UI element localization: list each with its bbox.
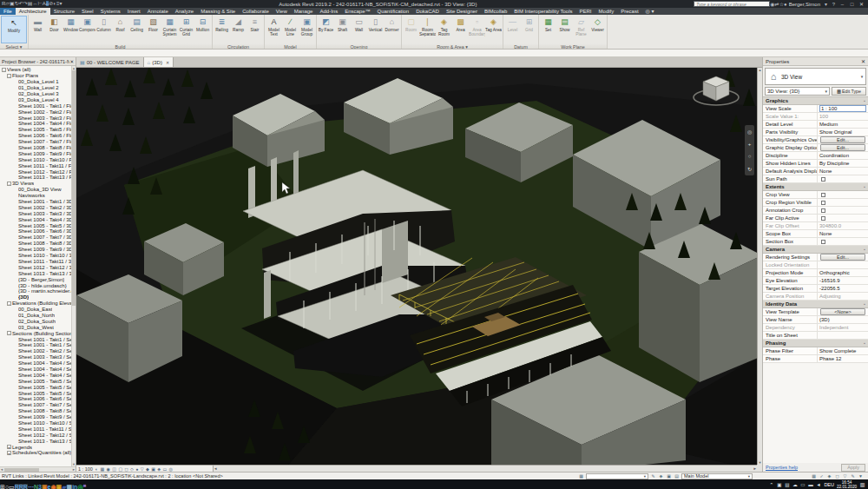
ribbon-group-label[interactable]: Datum — [503, 43, 538, 50]
tree-item-sheet-1001-takt1-floor-pla[interactable]: Sheet 1001 - Takt1 / Floor Pla — [0, 102, 71, 109]
curtain-grid-button[interactable]: ⊞Curtain Grid — [178, 16, 194, 43]
tree-item-sheet-1011-takt11-3d-vie[interactable]: Sheet 1011 - Takt11 / 3D Vie — [0, 259, 71, 265]
task-view-icon[interactable]: ▭ — [9, 484, 15, 489]
crop-visible-icon[interactable]: ◻ — [125, 466, 128, 472]
section-collapse-icon[interactable]: ▪ — [864, 301, 865, 307]
firefox-icon[interactable]: ◉ — [50, 484, 56, 489]
display-icon[interactable]: ▤ — [784, 482, 790, 487]
tree-item-03-doka-west[interactable]: 03_Doka_West — [0, 324, 71, 330]
ribbon-group-label[interactable]: Opening — [317, 43, 401, 50]
signed-in-user[interactable]: Berger,Simon — [789, 2, 820, 7]
tree-item-02-doka-level-3[interactable]: 02_Doka_Level 3 — [0, 91, 71, 97]
tree-item-sheet-1012-takt12-section[interactable]: Sheet 1012 - Takt12 / Section — [0, 432, 71, 438]
editable-only-icon[interactable]: ✓ — [819, 473, 825, 479]
worksets-icon[interactable]: ▦ — [811, 473, 817, 479]
tree-item-sheet-1005-takt5-section[interactable]: Sheet 1005 - Takt5 / Section — [0, 390, 71, 396]
floor-button[interactable]: ▧Floor — [145, 16, 161, 43]
ribbon-group-label[interactable]: Model — [265, 43, 316, 50]
grid-button[interactable]: ⊞Grid — [521, 16, 537, 43]
ribbon-tab-insert[interactable]: Insert — [124, 8, 144, 15]
viewport-canvas[interactable]: ◎+○↻ 1 : 100 ◐▦◉◫▢◻◇●▽◆▣◈▭◎ ◄► ▲▼ — [76, 68, 762, 472]
notification-center-icon[interactable]: ▥ — [859, 481, 865, 487]
railing-button[interactable]: ≣Railing — [214, 16, 230, 43]
close-button[interactable]: ✕ — [857, 1, 866, 7]
tree-item-schedules-quantities-all[interactable]: +Schedules/Quantities (all) — [0, 450, 71, 456]
show-button[interactable]: ▤Show — [556, 16, 573, 43]
temporary-view-properties-icon[interactable]: ▽ — [141, 466, 144, 472]
temporary-view-icon[interactable]: ▽ — [842, 473, 848, 479]
tree-item-sheet-1013-takt13-section[interactable]: Sheet 1013 - Takt13 / Section — [0, 438, 71, 444]
shaft-button[interactable]: ▣Shaft — [334, 16, 351, 43]
shadows-icon[interactable]: ◫ — [112, 466, 116, 472]
pan-icon[interactable]: + — [748, 142, 752, 147]
curtain-system-button[interactable]: ▦Curtain System — [161, 16, 178, 43]
tree-item-sheet-1009-takt9-section[interactable]: Sheet 1009 - Takt9 / Section — [0, 414, 71, 420]
tree-item-sheet-1013-takt13-floor-p[interactable]: Sheet 1013 - Takt13 / Floor P — [0, 175, 71, 181]
tree-item-sheet-1004-takt4-3d-view[interactable]: Sheet 1004 - Takt4 / 3D View — [0, 216, 71, 222]
tree-item-sheet-1005-takt5-3d-view[interactable]: Sheet 1005 - Takt5 / 3D View — [0, 222, 71, 228]
stair-button[interactable]: ≡Stair — [247, 16, 263, 43]
section-header-graphics[interactable]: Graphics▪ — [763, 97, 868, 105]
section-header-phasing[interactable]: Phasing▪ — [763, 340, 868, 347]
ceiling-button[interactable]: ▤Ceiling — [128, 16, 145, 43]
tree-item-sheet-1009-takt9-floor-pla[interactable]: Sheet 1009 - Takt9 / Floor Pla — [0, 150, 71, 156]
tree-item-3d[interactable]: {3D} — [0, 294, 71, 301]
tree-item-sheet-1003-takt3-floor-pla[interactable]: Sheet 1003 - Takt3 / Floor Pla — [0, 115, 71, 121]
steering-wheel-icon[interactable]: ◎ — [747, 129, 752, 135]
area-button[interactable]: ▩Area — [452, 16, 469, 43]
temporary-hide-icon[interactable]: ◇ — [130, 466, 134, 472]
tree-item-3d-berger-simon[interactable]: {3D - Berger,Simon} — [0, 276, 71, 282]
tree-item-sheet-1002-takt2-section[interactable]: Sheet 1002 - Takt2 / Section — [0, 348, 71, 354]
properties-close-icon[interactable]: ✕ — [861, 58, 865, 64]
vertical-button[interactable]: ▯Vertical — [367, 16, 384, 43]
tree-item-3d-martin-schneider-doka[interactable]: {3D - martin.schneider.doka} — [0, 288, 71, 294]
app-orange-icon[interactable]: ▣ — [42, 484, 48, 489]
tree-item-3d-views[interactable]: -3D Views — [0, 181, 71, 187]
door-button[interactable]: ◧Door — [46, 16, 62, 43]
cloud-icon[interactable]: ☁ — [792, 482, 798, 487]
zoom-icon[interactable]: ○ — [748, 154, 752, 159]
view-tab-3d[interactable]: ⌂{3D}✕ — [144, 57, 174, 67]
tree-item-legends[interactable]: +Legends — [0, 444, 71, 450]
tree-item-sheet-1010-takt10-section[interactable]: Sheet 1010 - Takt10 / Section — [0, 420, 71, 426]
tree-item-sheet-1003-takt3-section[interactable]: Sheet 1003 - Takt3 / Section — [0, 354, 71, 360]
workset-dropdown[interactable]: ▾ — [586, 473, 648, 479]
worksharing-display-icon[interactable]: ◆ — [146, 466, 149, 472]
property-checkbox[interactable] — [821, 193, 825, 197]
clock[interactable]: 16:54 22.01.2020 — [837, 480, 857, 489]
dormer-button[interactable]: ⌂Dormer — [384, 16, 400, 43]
tree-item-sheet-1002-takt2-3d-view[interactable]: Sheet 1002 - Takt2 / 3D View — [0, 204, 71, 210]
property-checkbox[interactable] — [821, 240, 825, 244]
chevron-down-icon[interactable]: ▾ — [858, 74, 865, 79]
tree-item-sheet-1004-takt4-section[interactable]: Sheet 1004 - Takt4 / Section — [0, 367, 71, 373]
tree-item-00-doka-east[interactable]: 00_Doka_East — [0, 307, 71, 313]
reveal-constraints-icon[interactable]: ◈ — [826, 473, 832, 479]
property-checkbox[interactable] — [821, 208, 825, 213]
ribbon-group-label[interactable]: Work Plane — [539, 43, 607, 50]
search-input[interactable] — [694, 1, 770, 7]
detail-level-icon[interactable]: ▦ — [100, 466, 104, 472]
orbit-icon[interactable]: ↻ — [747, 166, 752, 172]
properties-help-link[interactable]: Properties help — [766, 465, 798, 470]
tree-item-03-doka-level-4[interactable]: 03_Doka_Level 4 — [0, 96, 71, 102]
tree-item-sheet-1004-takt4-floor-pla[interactable]: Sheet 1004 - Takt4 / Floor Pla — [0, 121, 71, 127]
tree-item-sheet-1013-takt13-3d-vie[interactable]: Sheet 1013 - Takt13 / 3D Vie — [0, 270, 71, 276]
property-button[interactable]: Edit... — [820, 254, 865, 261]
tree-item-floor-plans[interactable]: -Floor Plans — [0, 73, 71, 79]
modify-button[interactable]: ↖Modify — [1, 16, 27, 43]
property-checkbox[interactable] — [821, 216, 825, 221]
ribbon-tab-view[interactable]: View — [273, 8, 291, 15]
tag-room-button[interactable]: ◈Tag Room — [436, 16, 452, 43]
section-collapse-icon[interactable]: ▪ — [864, 97, 865, 104]
collapse-icon[interactable]: - — [7, 331, 11, 335]
design-options-icon[interactable]: ▣ — [666, 473, 672, 479]
section-collapse-icon[interactable]: ▪ — [864, 183, 865, 190]
room-separator-button[interactable]: |Room Separator — [419, 16, 436, 43]
tree-item-sheet-1008-takt8-floor-pla[interactable]: Sheet 1008 - Takt8 / Floor Pla — [0, 145, 71, 151]
viewport-3d-scene[interactable] — [76, 68, 762, 472]
active-tool-indicator-icon[interactable]: ◎ ▾ — [642, 8, 658, 15]
expand-icon[interactable]: + — [7, 445, 11, 449]
editable-icon[interactable]: ✎ — [650, 473, 656, 479]
reveal-hidden-icon[interactable]: ◻ — [834, 473, 840, 479]
area-boundary-button[interactable]: ▫Area Boundary — [469, 16, 485, 43]
